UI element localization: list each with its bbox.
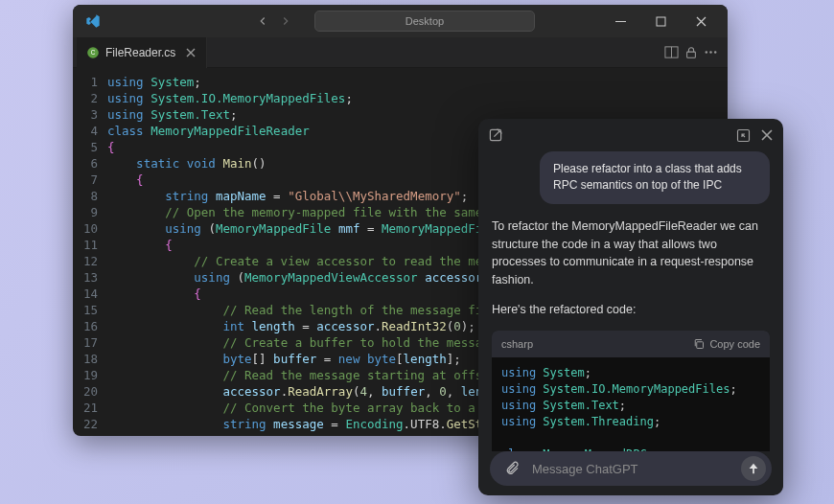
svg-point-8	[709, 51, 711, 53]
chat-panel: Please refactor into a class that adds R…	[478, 119, 783, 495]
close-chat-icon[interactable]	[760, 128, 774, 143]
search-label: Desktop	[405, 15, 444, 27]
copy-code-label: Copy code	[709, 338, 760, 350]
svg-point-9	[714, 51, 716, 53]
lock-icon[interactable]	[684, 45, 698, 59]
maximize-button[interactable]	[641, 8, 680, 34]
svg-point-7	[706, 51, 707, 53]
new-chat-icon[interactable]	[488, 127, 503, 143]
assistant-paragraph-2: Here's the refactored code:	[492, 301, 770, 319]
line-number-gutter: 12345678910111213141516171819202122	[73, 74, 107, 436]
copy-code-button[interactable]: Copy code	[693, 338, 760, 350]
chat-text-input[interactable]	[532, 462, 733, 476]
more-actions-icon[interactable]	[704, 45, 718, 59]
svg-rect-1	[657, 17, 665, 26]
csharp-file-icon: C	[86, 46, 100, 59]
close-button[interactable]	[682, 8, 720, 34]
chat-input-row	[478, 451, 783, 495]
user-message-bubble: Please refactor into a class that adds R…	[540, 151, 770, 204]
chat-header	[478, 119, 783, 151]
assistant-code-block: csharp Copy code using System;using Syst…	[492, 331, 770, 451]
chat-body: Please refactor into a class that adds R…	[478, 151, 783, 451]
code-block-body: using System;using System.IO.MemoryMappe…	[492, 357, 770, 451]
command-center-search[interactable]: Desktop	[314, 11, 535, 32]
tab-filereader[interactable]: C FileReader.cs	[77, 37, 207, 68]
minimize-button[interactable]	[601, 8, 639, 34]
expand-icon[interactable]	[736, 128, 751, 143]
svg-rect-6	[687, 52, 696, 57]
code-block-header: csharp Copy code	[492, 331, 770, 357]
send-button[interactable]	[741, 456, 766, 481]
nav-forward-button[interactable]	[276, 11, 295, 31]
tab-bar: C FileReader.cs	[73, 37, 728, 68]
user-message-text: Please refactor into a class that adds R…	[553, 162, 742, 192]
tab-close-icon[interactable]	[185, 47, 197, 58]
svg-rect-0	[615, 21, 626, 22]
attach-button[interactable]	[499, 456, 524, 481]
titlebar: Desktop	[73, 5, 728, 37]
tab-filename: FileReader.cs	[105, 46, 175, 59]
assistant-paragraph-1: To refactor the MemoryMappedFileReader w…	[492, 218, 770, 289]
nav-back-button[interactable]	[253, 11, 272, 31]
code-language-label: csharp	[501, 338, 533, 350]
vscode-logo-icon	[84, 12, 102, 30]
chat-input-container	[490, 451, 772, 486]
svg-rect-12	[697, 341, 704, 348]
split-editor-icon[interactable]	[664, 45, 679, 59]
svg-text:C: C	[91, 49, 96, 56]
